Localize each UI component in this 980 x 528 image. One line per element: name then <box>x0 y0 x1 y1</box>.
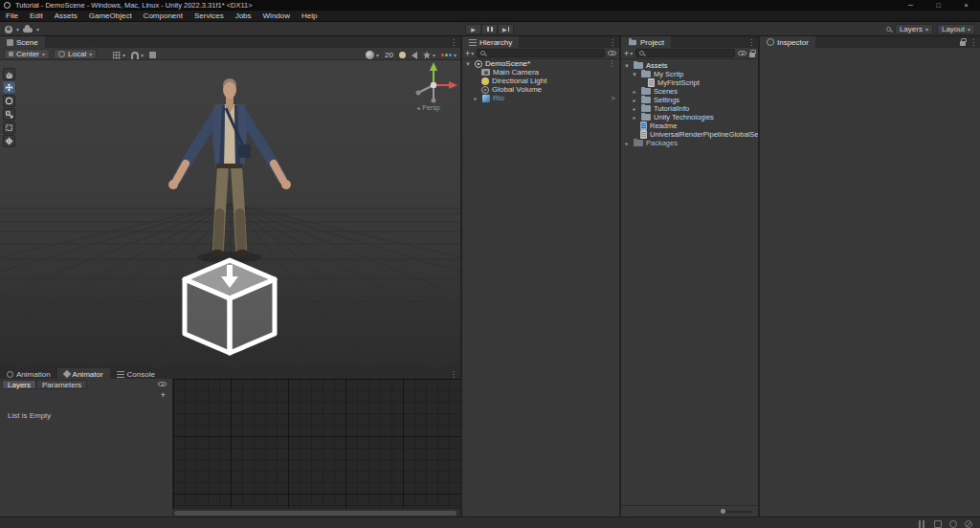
menu-services[interactable]: Services <box>189 11 230 22</box>
project-row-scenes[interactable]: ▸ Scenes <box>621 87 758 96</box>
scene-visibility-icon[interactable] <box>608 51 616 55</box>
hierarchy-row-main-camera[interactable]: Main Camera <box>462 68 619 77</box>
pivot-mode-dropdown[interactable]: Center ▾ <box>4 49 50 59</box>
menu-window[interactable]: Window <box>257 11 296 22</box>
menu-edit[interactable]: Edit <box>24 11 49 22</box>
scale-tool-button[interactable] <box>3 108 15 121</box>
foldout-closed-icon[interactable]: ▸ <box>631 97 638 103</box>
menu-component[interactable]: Component <box>138 11 189 22</box>
project-row-readme[interactable]: Readme <box>621 121 758 130</box>
hierarchy-create-button[interactable]: +▾ <box>465 49 474 58</box>
project-row-myfirstscript[interactable]: MyFirstScript <box>621 78 758 87</box>
status-bar-icon[interactable] <box>949 520 957 528</box>
project-search-input[interactable] <box>635 49 735 57</box>
projection-label[interactable]: ◄ Persp <box>399 104 457 111</box>
rotate-tool-button[interactable] <box>3 95 15 107</box>
hierarchy-row-rio[interactable]: ▸ Rio > <box>462 94 619 102</box>
hidden-packages-icon[interactable] <box>738 51 746 55</box>
menu-file[interactable]: File <box>0 11 24 22</box>
foldout-open-icon[interactable]: ▼ <box>631 72 638 77</box>
search-icon[interactable] <box>886 27 891 32</box>
menu-gameobject[interactable]: GameObject <box>83 11 138 22</box>
foldout-closed-icon[interactable]: ▸ <box>623 140 631 146</box>
account-icon[interactable] <box>5 26 12 33</box>
project-row-settings[interactable]: ▸ Settings <box>621 96 758 104</box>
project-row-urp-global-settings[interactable]: UniversalRenderPipelineGlobalSettings <box>621 130 758 139</box>
gizmos-dropdown[interactable]: ▾ <box>441 52 457 58</box>
pause-button[interactable] <box>481 24 498 34</box>
scene-viewport[interactable]: ◄ Persp <box>0 60 460 368</box>
foldout-open-icon[interactable]: ▼ <box>464 61 472 67</box>
hierarchy-search-input[interactable] <box>477 49 605 57</box>
tab-inspector[interactable]: Inspector <box>760 36 815 48</box>
tab-scene[interactable]: Scene <box>0 36 45 48</box>
cube-gizmo[interactable] <box>185 260 275 353</box>
project-create-button[interactable]: +▾ <box>624 49 633 58</box>
view-tool-button[interactable] <box>3 68 15 80</box>
scrollbar-thumb[interactable] <box>174 511 457 517</box>
scene-audio-icon[interactable] <box>412 52 417 59</box>
foldout-open-icon[interactable]: ▼ <box>623 63 631 69</box>
draw-mode-dropdown[interactable]: ▾ <box>366 51 379 59</box>
hierarchy-panel-menu-icon[interactable]: ⋮ <box>609 36 616 48</box>
menu-assets[interactable]: Assets <box>49 11 83 22</box>
tab-hierarchy[interactable]: Hierarchy <box>462 36 519 48</box>
minimize-button[interactable]: ─ <box>897 0 924 11</box>
inspector-panel-menu-icon[interactable]: ⋮ <box>969 38 977 47</box>
character-model[interactable] <box>168 78 291 263</box>
add-layer-button[interactable]: + <box>161 390 166 400</box>
tab-project[interactable]: Project <box>621 36 671 48</box>
cloud-dropdown-icon[interactable]: ▾ <box>36 26 39 33</box>
foldout-closed-icon[interactable]: ▸ <box>472 95 479 101</box>
close-button[interactable]: × <box>952 0 980 11</box>
scene-options-icon[interactable]: ⋮ <box>608 59 615 68</box>
play-button[interactable]: ▶ <box>465 24 481 34</box>
maximize-button[interactable]: □ <box>924 0 952 11</box>
orientation-gizmo[interactable] <box>416 62 458 103</box>
transform-tool-button[interactable] <box>3 135 15 147</box>
hierarchy-row-global-volume[interactable]: Global Volume <box>462 85 619 94</box>
animator-graph-area[interactable] <box>172 379 460 508</box>
animator-horizontal-scrollbar[interactable] <box>172 508 460 517</box>
menu-jobs[interactable]: Jobs <box>230 11 257 22</box>
move-tool-button[interactable] <box>3 81 15 94</box>
menu-help[interactable]: Help <box>296 11 323 22</box>
axis-y-cone[interactable] <box>430 62 437 71</box>
axis-x-cone[interactable] <box>449 81 457 89</box>
effects-dropdown[interactable]: ▾ <box>423 52 435 59</box>
hierarchy-row-scene[interactable]: ▼ DemoScene* ⋮ <box>462 59 619 68</box>
lock-icon[interactable] <box>749 53 755 57</box>
parameters-tab-button[interactable]: Parameters <box>36 380 87 389</box>
hierarchy-row-directional-light[interactable]: Directional Light <box>462 77 619 85</box>
project-panel-menu-icon[interactable]: ⋮ <box>747 36 755 48</box>
prefab-open-arrow-icon[interactable]: > <box>611 94 615 102</box>
layer-visibility-eye-icon[interactable] <box>158 382 167 386</box>
step-button[interactable]: ▶ <box>498 24 514 34</box>
snap-magnet-icon[interactable]: ▾ <box>131 52 144 59</box>
scene-panel-menu-icon[interactable]: ⋮ <box>450 36 457 48</box>
foldout-closed-icon[interactable]: ▸ <box>631 105 638 112</box>
project-row-tutorialinfo[interactable]: ▸ TutorialInfo <box>621 104 758 113</box>
layers-dropdown[interactable]: Layers▾ <box>895 24 933 34</box>
layout-dropdown[interactable]: Layout▾ <box>937 24 975 34</box>
project-row-unity-technologies[interactable]: ▸ Unity Technologies <box>621 113 758 121</box>
grid-visibility-icon[interactable]: ▾ <box>113 52 125 59</box>
project-row-assets[interactable]: ▼ Assets <box>621 61 758 70</box>
cloud-services-icon[interactable] <box>23 28 33 33</box>
asset-zoom-slider[interactable] <box>720 511 752 513</box>
inspector-lock-icon[interactable] <box>960 41 966 46</box>
foldout-closed-icon[interactable]: ▸ <box>631 88 638 95</box>
status-bar-icon[interactable] <box>965 520 972 528</box>
tool-settings-icon[interactable] <box>149 52 156 58</box>
project-row-packages[interactable]: ▸ Packages <box>621 139 758 147</box>
rect-tool-button[interactable] <box>3 121 15 134</box>
handle-rotation-dropdown[interactable]: Local ▾ <box>54 49 97 59</box>
account-dropdown-icon[interactable]: ▾ <box>16 26 19 33</box>
status-bar-icon[interactable] <box>919 520 926 528</box>
status-bar-icon[interactable] <box>934 520 942 528</box>
scene-lighting-icon[interactable] <box>399 52 406 58</box>
project-row-my-scritp[interactable]: ▼ My Scritp <box>621 70 758 78</box>
layers-tab-button[interactable]: Layers <box>2 380 36 389</box>
slider-thumb[interactable] <box>721 509 725 514</box>
foldout-closed-icon[interactable]: ▸ <box>631 114 638 121</box>
